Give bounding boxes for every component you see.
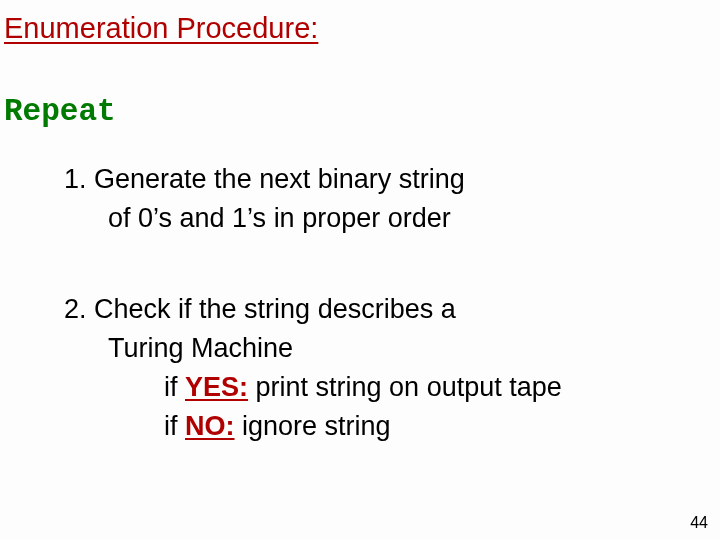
yes-suffix: print string on output tape [248, 372, 562, 402]
page-number: 44 [690, 514, 708, 532]
repeat-keyword: Repeat [4, 94, 116, 129]
step-2-line-1: Check if the string describes a [94, 294, 456, 324]
no-label: NO: [185, 411, 235, 441]
step-2-no-line: if NO: ignore string [64, 407, 562, 446]
slide: Enumeration Procedure: Repeat 1. Generat… [0, 0, 720, 540]
step-2-yes-line: if YES: print string on output tape [64, 368, 562, 407]
step-1-line-1: Generate the next binary string [94, 164, 465, 194]
yes-label: YES: [185, 372, 248, 402]
step-2-line-2: Turing Machine [64, 329, 562, 368]
step-2: 2. Check if the string describes a Turin… [64, 290, 562, 447]
slide-title: Enumeration Procedure: [4, 12, 318, 45]
no-suffix: ignore string [235, 411, 391, 441]
no-prefix: if [164, 411, 185, 441]
step-1-number: 1. [64, 164, 94, 194]
yes-prefix: if [164, 372, 185, 402]
step-1: 1. Generate the next binary string of 0’… [64, 160, 465, 238]
step-2-number: 2. [64, 294, 94, 324]
step-1-line-2: of 0’s and 1’s in proper order [64, 199, 465, 238]
